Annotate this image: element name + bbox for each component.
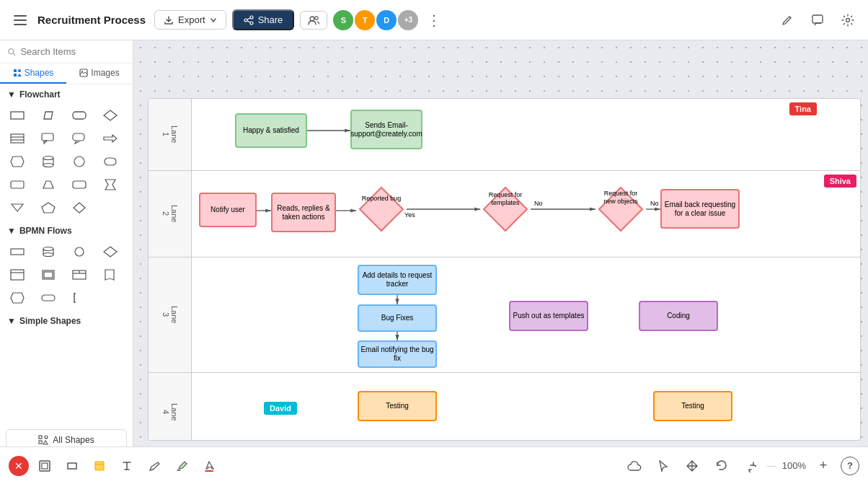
bpmn-swimlane[interactable]: [6, 265, 29, 285]
shape-callout[interactable]: [37, 128, 60, 149]
text-color-tool[interactable]: [198, 454, 221, 478]
shape-parallelogram[interactable]: [37, 105, 60, 126]
shape-rect-rounded[interactable]: [68, 175, 91, 195]
svg-rect-74: [68, 463, 76, 469]
shape-diamond2[interactable]: [68, 198, 91, 218]
cloud-icon[interactable]: [623, 454, 646, 478]
sticky-tool[interactable]: [88, 454, 111, 478]
node-request-objects[interactable]: Request for new objects: [595, 184, 646, 234]
node-email-notifying[interactable]: Email notifying the bug fix: [358, 340, 437, 368]
svg-marker-13: [17, 74, 22, 76]
node-add-details[interactable]: Add details to request tracker: [358, 265, 437, 295]
svg-marker-56: [11, 293, 24, 303]
menu-button[interactable]: [9, 9, 32, 32]
svg-rect-26: [73, 133, 84, 141]
search-bar: [0, 40, 133, 63]
node-sends-email[interactable]: Sends Email-support@creately.com: [350, 110, 422, 149]
bpmn-rounded[interactable]: [37, 288, 60, 308]
svg-point-4: [244, 19, 247, 22]
bpmn-rect[interactable]: [6, 242, 29, 262]
lane-1: Lane1 Happy & satisfied Sends Email-supp…: [149, 99, 860, 171]
pen-tool[interactable]: [143, 454, 166, 478]
export-button[interactable]: Export: [154, 10, 226, 30]
highlight-tool[interactable]: [170, 454, 193, 478]
tab-shapes[interactable]: Shapes: [0, 63, 66, 84]
section-flowchart[interactable]: ▼ Flowchart: [0, 84, 133, 102]
svg-rect-1: [14, 19, 27, 21]
svg-rect-37: [73, 181, 86, 188]
comment-icon-btn[interactable]: [806, 9, 829, 32]
svg-point-32: [43, 164, 53, 167]
node-reported-bug[interactable]: Reported bug: [356, 184, 407, 234]
bpmn-multi[interactable]: [37, 265, 60, 285]
undo-button[interactable]: [709, 454, 732, 478]
shape-stadium[interactable]: [99, 151, 122, 172]
svg-marker-60: [43, 441, 48, 444]
shape-cylinder[interactable]: [37, 151, 60, 172]
select-tool[interactable]: [652, 454, 675, 478]
zoom-in-button[interactable]: +: [812, 454, 835, 478]
diagram[interactable]: Lane1 Happy & satisfied Sends Email-supp…: [148, 98, 861, 441]
cursor-david: David: [264, 402, 297, 415]
shape-circle[interactable]: [68, 151, 91, 172]
shape-diamond[interactable]: [99, 105, 122, 126]
node-testing-2[interactable]: Testing: [653, 391, 732, 421]
node-notify-user[interactable]: Notify user: [199, 193, 257, 227]
close-button[interactable]: ✕: [9, 456, 29, 476]
svg-rect-42: [11, 249, 24, 255]
node-request-templates[interactable]: Request for templates: [480, 184, 531, 234]
tab-shapes-label: Shapes: [25, 68, 54, 78]
svg-rect-61: [39, 441, 42, 444]
bpmn-shapes: [0, 239, 133, 311]
svg-point-43: [43, 247, 53, 251]
node-testing-1[interactable]: Testing: [358, 391, 437, 421]
svg-rect-0: [14, 15, 27, 17]
svg-point-46: [43, 253, 53, 257]
shape-table[interactable]: [6, 128, 29, 149]
svg-point-47: [75, 247, 84, 256]
rect-tool[interactable]: [61, 454, 84, 478]
shape-triangle-down[interactable]: [6, 198, 29, 218]
bpmn-collapsed[interactable]: [68, 265, 91, 285]
shape-trapezoid[interactable]: [37, 175, 60, 195]
shape-arrow-right[interactable]: [99, 128, 122, 149]
help-button[interactable]: ?: [841, 457, 859, 475]
svg-rect-24: [42, 133, 53, 141]
shape-hourglass[interactable]: [99, 175, 122, 195]
svg-point-29: [43, 157, 53, 160]
bpmn-circle[interactable]: [68, 242, 91, 262]
tab-images[interactable]: Images: [66, 63, 133, 84]
section-simple-shapes[interactable]: ▼ Simple Shapes: [0, 311, 133, 329]
canvas-area[interactable]: Lane1 Happy & satisfied Sends Email-supp…: [133, 40, 868, 484]
node-happy-satisfied[interactable]: Happy & satisfied: [235, 113, 307, 148]
settings-icon-btn[interactable]: [836, 9, 859, 32]
redo-button[interactable]: [738, 454, 761, 478]
bpmn-diamond[interactable]: [99, 242, 122, 262]
node-bug-fixes[interactable]: Bug Fixes: [358, 304, 437, 332]
shape-rounded-rect2[interactable]: [6, 175, 29, 195]
node-reads-replies[interactable]: Reads, replies & taken actions: [271, 193, 336, 232]
node-email-back[interactable]: Email back requesting for a clear issue: [660, 189, 740, 229]
topbar: Recruitment Process Export Share S T D +…: [0, 0, 868, 40]
shape-chat-bubble[interactable]: [68, 128, 91, 149]
bpmn-bracket[interactable]: [68, 288, 91, 308]
bpmn-db[interactable]: [37, 242, 60, 262]
frame-tool[interactable]: [33, 454, 56, 478]
shape-rounded-rect[interactable]: [68, 105, 91, 126]
collab-button[interactable]: [300, 11, 327, 30]
avatar-d: D: [376, 10, 397, 30]
node-coding[interactable]: Coding: [639, 301, 718, 331]
shape-pentagon[interactable]: [37, 198, 60, 218]
move-tool[interactable]: [681, 454, 704, 478]
bpmn-hexagon[interactable]: [6, 288, 29, 308]
bpmn-doc[interactable]: [99, 265, 122, 285]
edit-icon-btn[interactable]: [776, 9, 799, 32]
section-bpmn[interactable]: ▼ BPMN Flows: [0, 221, 133, 239]
node-push-templates[interactable]: Push out as templates: [509, 301, 588, 331]
share-button[interactable]: Share: [232, 9, 295, 30]
search-input[interactable]: [20, 46, 125, 57]
text-tool[interactable]: [115, 454, 138, 478]
shape-rect[interactable]: [6, 105, 29, 126]
shape-hexagon[interactable]: [6, 151, 29, 172]
more-button[interactable]: ⋮: [424, 12, 444, 29]
